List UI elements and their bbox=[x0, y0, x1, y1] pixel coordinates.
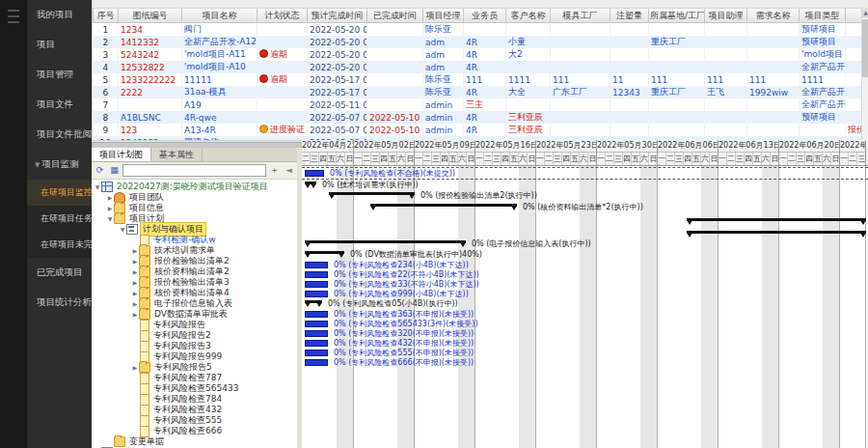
column-header-11[interactable]: 所属基地/工厂 bbox=[649, 9, 705, 23]
sidebar-item-10[interactable]: 项目统计分析 bbox=[27, 288, 92, 318]
tree-item-1[interactable]: ▶项目团队 bbox=[92, 192, 297, 203]
column-header-7[interactable]: 业务员 bbox=[464, 9, 506, 23]
sidebar-item-8[interactable]: 在研项目未完成任务监控 bbox=[27, 232, 92, 258]
summary-bar-3[interactable] bbox=[370, 204, 517, 207]
table-cell bbox=[649, 111, 705, 124]
scroll-up-icon[interactable]: ▲ bbox=[862, 8, 868, 17]
table-row[interactable]: 8A1BLSNC4R-qwe2022-05-07 08:002022-05-10… bbox=[94, 111, 863, 124]
refresh-icon[interactable]: ⟳ bbox=[94, 164, 106, 177]
task-bar-14[interactable] bbox=[305, 321, 328, 327]
table-row[interactable]: 7A192022-05-11 08:00admin三主全新产品开发 bbox=[94, 98, 863, 111]
tree-item-23[interactable]: 专利风险检查666 bbox=[92, 426, 297, 436]
table-cell: 三利亚辰 bbox=[506, 111, 551, 124]
table-row[interactable]: 6222231aa-模具2022-05-17 08:00陈乐亚4R大全广东工厂1… bbox=[94, 86, 863, 98]
tree-expander-icon[interactable]: ▶ bbox=[131, 247, 139, 254]
day-cell: 三 bbox=[614, 153, 623, 165]
tab-0[interactable]: 项目计划图 bbox=[92, 148, 151, 161]
column-header-4[interactable]: 预计完成时间 bbox=[308, 9, 367, 23]
table-cell: 2022-05-17 08:00 bbox=[308, 86, 367, 98]
sidebar-item-1[interactable]: 项目 bbox=[27, 30, 92, 60]
day-cell: 日 bbox=[588, 153, 597, 165]
task-bar-9[interactable] bbox=[305, 271, 328, 278]
task-bar-0[interactable] bbox=[305, 170, 324, 177]
column-header-1[interactable]: 图纸编号 bbox=[119, 9, 182, 23]
task-bar-16[interactable] bbox=[305, 340, 328, 347]
column-header-15[interactable] bbox=[846, 9, 863, 23]
table-cell bbox=[551, 111, 610, 124]
summary-bar-1[interactable] bbox=[305, 182, 316, 184]
column-header-14[interactable]: 项目类型 bbox=[800, 9, 846, 23]
task-bar-8[interactable] bbox=[305, 262, 328, 268]
task-bar-17[interactable] bbox=[305, 350, 328, 356]
task-bar-15[interactable] bbox=[305, 330, 328, 337]
column-header-5[interactable]: 已完成时间 bbox=[367, 9, 423, 23]
day-cell: 一 bbox=[658, 153, 666, 165]
tree-expander-icon[interactable]: ▼ bbox=[119, 226, 126, 233]
tree-expander-icon[interactable]: ▶ bbox=[131, 300, 139, 307]
task-bar-10[interactable] bbox=[305, 281, 328, 288]
sidebar-item-4[interactable]: 项目文件批阅 bbox=[27, 120, 92, 150]
tree-item-0[interactable]: ▼20220427测:晏晓玲测试项目验证项目 bbox=[92, 182, 297, 192]
column-header-0[interactable]: 序号 bbox=[94, 9, 119, 23]
tree-expander-icon[interactable]: ▶ bbox=[131, 311, 139, 318]
locate-icon[interactable]: ◄ bbox=[283, 164, 295, 177]
tree-expander-icon[interactable]: ▶ bbox=[106, 194, 114, 201]
tree-search-input[interactable] bbox=[122, 164, 266, 177]
summary-bar-6[interactable] bbox=[305, 240, 466, 243]
summary-bar-4[interactable] bbox=[687, 218, 866, 221]
tree-expander-icon[interactable]: ▼ bbox=[94, 183, 101, 190]
sidebar-item-7[interactable]: 在研项目任务监控 bbox=[27, 206, 92, 232]
column-header-10[interactable]: 注塑量 bbox=[610, 9, 649, 23]
task-bar-18[interactable] bbox=[305, 359, 328, 366]
expand-all-icon[interactable]: ▦ bbox=[108, 164, 121, 177]
tree-expander-icon[interactable]: ▶ bbox=[131, 364, 139, 371]
tree-expander-icon[interactable]: ▶ bbox=[131, 258, 139, 265]
table-row[interactable]: 412532822'mold项目-A102022-05-20 08:00adm4… bbox=[94, 61, 863, 73]
tree-expander-icon[interactable]: ▶ bbox=[106, 205, 114, 211]
table-cell bbox=[747, 36, 800, 48]
sidebar-item-9[interactable]: 已完成项目 bbox=[27, 258, 92, 288]
column-header-9[interactable]: 模具工厂 bbox=[551, 9, 610, 23]
table-cell: 'mold项目-A10 bbox=[182, 61, 258, 73]
summary-bar-7[interactable] bbox=[305, 251, 344, 254]
tab-1[interactable]: 基本属性 bbox=[151, 148, 203, 161]
sidebar-item-label: 项目 bbox=[37, 39, 55, 49]
menu-icon[interactable] bbox=[0, 10, 27, 23]
table-vertical-scrollbar[interactable]: ▲ bbox=[861, 8, 868, 140]
sidebar-item-0[interactable]: 我的项目 bbox=[27, 0, 92, 30]
table-cell: 'mold项目 bbox=[800, 48, 846, 61]
column-header-6[interactable]: 项目经理 bbox=[423, 9, 464, 23]
column-header-2[interactable]: 项目名称 bbox=[182, 9, 258, 23]
table-row[interactable]: 35243242'mold项目-A11逾期2022-05-20 08:00adm… bbox=[94, 48, 863, 61]
summary-bar-2[interactable] bbox=[329, 192, 415, 195]
summary-bar-5[interactable] bbox=[687, 231, 866, 234]
task-bar-11[interactable] bbox=[305, 291, 328, 297]
column-header-3[interactable]: 计划状态 bbox=[258, 9, 308, 23]
task-bar-13[interactable] bbox=[305, 311, 328, 318]
day-cell: 二 bbox=[484, 153, 493, 165]
column-header-8[interactable]: 客户名称 bbox=[506, 9, 551, 23]
sidebar-item-6[interactable]: 在研项目监控 bbox=[27, 180, 92, 206]
tree-item-24[interactable]: 变更单据 bbox=[92, 436, 297, 447]
summary-bar-12[interactable] bbox=[305, 300, 322, 303]
table-row[interactable]: 11234阀门2022-05-20 08:00陈乐亚预研项目 bbox=[94, 23, 863, 37]
table-row[interactable]: 9123A13-4R进度验证2022-05-07 08:002022-05-10… bbox=[94, 124, 863, 136]
day-row: 一二三四五六日 bbox=[719, 153, 778, 165]
table-row[interactable]: 21412332全新产品开发-A122022-05-20 08:00adm4R小… bbox=[94, 36, 863, 48]
column-header-12[interactable]: 项目助理 bbox=[705, 9, 747, 23]
tree-item-2[interactable]: ▶项目信息 bbox=[92, 203, 297, 213]
tree-expander-icon[interactable]: ▶ bbox=[131, 290, 139, 296]
column-header-13[interactable]: 需求名称 bbox=[747, 9, 800, 23]
tree-expander-icon[interactable]: ▶ bbox=[131, 268, 139, 275]
day-cell: 五 bbox=[389, 153, 397, 165]
tree-expander-icon[interactable]: ▶ bbox=[131, 279, 139, 286]
sidebar-item-2[interactable]: 项目管理 bbox=[27, 60, 92, 90]
table-row[interactable]: 5123322222211111逾期2022-05-17 08:00陈乐亚111… bbox=[94, 73, 863, 86]
scroll-thumb[interactable] bbox=[862, 19, 868, 77]
sidebar-item-5[interactable]: ▼项目监测 bbox=[27, 150, 92, 180]
sidebar-item-3[interactable]: 项目文件 bbox=[27, 90, 92, 120]
tree-expander-icon[interactable]: ▼ bbox=[106, 215, 114, 222]
day-cell: 五 bbox=[814, 153, 823, 165]
add-icon[interactable]: ＋ bbox=[268, 164, 281, 177]
day-row: 一二三四五六日 bbox=[415, 153, 475, 165]
